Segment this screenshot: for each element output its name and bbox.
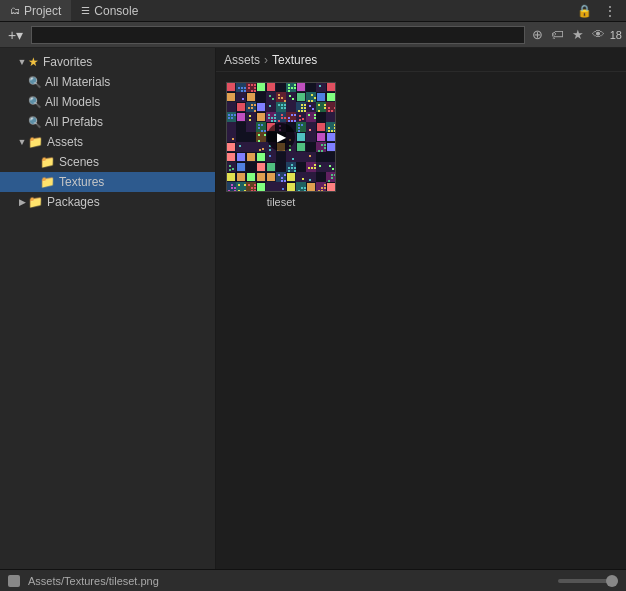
main-area: ▼ ★ Favorites 🔍 All Materials 🔍 All Mode… bbox=[0, 48, 626, 569]
breadcrumb-separator: › bbox=[264, 53, 268, 67]
sidebar: ▼ ★ Favorites 🔍 All Materials 🔍 All Mode… bbox=[0, 48, 216, 569]
console-tab[interactable]: ☰ Console bbox=[71, 0, 148, 21]
console-tab-icon: ☰ bbox=[81, 5, 90, 16]
search-prefix-1: 🔍 bbox=[28, 76, 42, 89]
star-button[interactable]: ★ bbox=[569, 25, 587, 44]
all-models-label: All Models bbox=[45, 95, 100, 109]
breadcrumb-root[interactable]: Assets bbox=[224, 53, 260, 67]
add-label: + bbox=[8, 27, 16, 43]
search-input[interactable] bbox=[31, 26, 525, 44]
favorites-star-icon: ★ bbox=[28, 55, 39, 69]
all-materials-label: All Materials bbox=[45, 75, 110, 89]
asset-item-tileset[interactable]: ▶ tileset bbox=[224, 80, 338, 210]
packages-label: Packages bbox=[47, 195, 100, 209]
title-bar: 🗂 Project ☰ Console 🔒 ⋮ bbox=[0, 0, 626, 22]
assets-folder-icon: 📁 bbox=[28, 135, 43, 149]
sidebar-item-all-prefabs[interactable]: 🔍 All Prefabs bbox=[0, 112, 215, 132]
content-area: Assets › Textures ▶ tileset bbox=[216, 48, 626, 569]
status-path: Assets/Textures/tileset.png bbox=[28, 575, 550, 587]
breadcrumb: Assets › Textures bbox=[216, 48, 626, 72]
toolbar-actions: ⊕ 🏷 ★ 👁 18 bbox=[529, 25, 622, 44]
sidebar-item-packages[interactable]: ▶ 📁 Packages bbox=[0, 192, 215, 212]
scenes-label: Scenes bbox=[59, 155, 99, 169]
search-prefix-3: 🔍 bbox=[28, 116, 42, 129]
packages-arrow: ▶ bbox=[16, 197, 28, 207]
favorites-arrow: ▼ bbox=[16, 57, 28, 67]
sidebar-item-textures[interactable]: 📁 Textures bbox=[0, 172, 215, 192]
favoriting-button[interactable]: ⊕ bbox=[529, 25, 546, 44]
status-bar: Assets/Textures/tileset.png bbox=[0, 569, 626, 591]
assets-grid: ▶ tileset bbox=[216, 72, 626, 569]
textures-label: Textures bbox=[59, 175, 104, 189]
breadcrumb-current: Textures bbox=[272, 53, 317, 67]
badge-count: 18 bbox=[610, 29, 622, 41]
lock-button[interactable]: 🔒 bbox=[573, 2, 596, 20]
sidebar-item-scenes[interactable]: 📁 Scenes bbox=[0, 152, 215, 172]
sidebar-item-favorites[interactable]: ▼ ★ Favorites bbox=[0, 52, 215, 72]
project-tab[interactable]: 🗂 Project bbox=[0, 0, 71, 21]
project-tab-label: Project bbox=[24, 4, 61, 18]
sidebar-item-assets[interactable]: ▼ 📁 Assets bbox=[0, 132, 215, 152]
more-options-button[interactable]: ⋮ bbox=[600, 2, 620, 20]
packages-folder-icon: 📁 bbox=[28, 195, 43, 209]
scenes-folder-icon: 📁 bbox=[40, 155, 55, 169]
tag-button[interactable]: 🏷 bbox=[548, 25, 567, 44]
search-prefix-2: 🔍 bbox=[28, 96, 42, 109]
zoom-slider[interactable] bbox=[558, 579, 618, 583]
add-button[interactable]: + ▾ bbox=[4, 25, 27, 45]
zoom-slider-thumb bbox=[606, 575, 618, 587]
project-tab-icon: 🗂 bbox=[10, 5, 20, 16]
toolbar: + ▾ ⊕ 🏷 ★ 👁 18 bbox=[0, 22, 626, 48]
asset-thumbnail: ▶ bbox=[226, 82, 336, 192]
visibility-button[interactable]: 👁 bbox=[589, 25, 608, 44]
zoom-slider-area bbox=[558, 579, 618, 583]
play-button[interactable]: ▶ bbox=[267, 123, 295, 151]
textures-folder-icon: 📁 bbox=[40, 175, 55, 189]
add-dropdown-icon: ▾ bbox=[16, 27, 23, 43]
sidebar-item-all-models[interactable]: 🔍 All Models bbox=[0, 92, 215, 112]
asset-label: tileset bbox=[267, 196, 296, 208]
console-tab-label: Console bbox=[94, 4, 138, 18]
favorites-label: Favorites bbox=[43, 55, 92, 69]
assets-arrow: ▼ bbox=[16, 137, 28, 147]
sidebar-item-all-materials[interactable]: 🔍 All Materials bbox=[0, 72, 215, 92]
title-bar-controls: 🔒 ⋮ bbox=[573, 2, 626, 20]
assets-label: Assets bbox=[47, 135, 83, 149]
all-prefabs-label: All Prefabs bbox=[45, 115, 103, 129]
status-icon bbox=[8, 575, 20, 587]
